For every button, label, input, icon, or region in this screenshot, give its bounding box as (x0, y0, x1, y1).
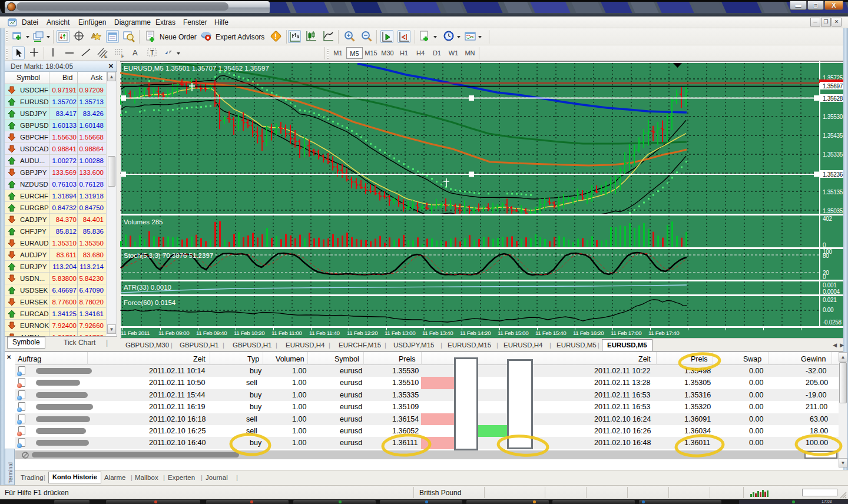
svg-text:T: T (150, 49, 154, 56)
svg-text:F: F (121, 54, 124, 59)
svg-text:11 Feb 15:00: 11 Feb 15:00 (498, 330, 529, 336)
svg-text:1.35628: 1.35628 (823, 95, 843, 102)
svg-text:402: 402 (823, 215, 833, 222)
svg-text:Stoch(5,3,3) 70.3876 51.2397: Stoch(5,3,3) 70.3876 51.2397 (124, 252, 213, 259)
svg-text:11 Feb 09:00: 11 Feb 09:00 (158, 330, 190, 336)
svg-text:1.35335: 1.35335 (823, 151, 843, 158)
svg-text:11 Feb 12:20: 11 Feb 12:20 (347, 330, 378, 336)
svg-text:0.021: 0.021 (823, 297, 837, 303)
svg-text:11 Feb 11:40: 11 Feb 11:40 (309, 330, 340, 336)
svg-text:11 Feb 17:40: 11 Feb 17:40 (648, 330, 680, 336)
svg-text:0: 0 (823, 274, 826, 280)
svg-text:80: 80 (823, 253, 829, 259)
svg-text:11 Feb 15:40: 11 Feb 15:40 (535, 330, 567, 336)
svg-text:Volumes 285: Volumes 285 (124, 218, 163, 226)
svg-text:1.35236: 1.35236 (823, 171, 843, 178)
svg-text:-0.0258: -0.0258 (823, 319, 842, 326)
svg-text:11 Feb 17:00: 11 Feb 17:00 (611, 330, 642, 336)
svg-text:11 Feb 09:40: 11 Feb 09:40 (196, 330, 227, 336)
svg-text:0.0004: 0.0004 (823, 289, 840, 295)
svg-text:11 Feb 13:40: 11 Feb 13:40 (422, 330, 453, 336)
svg-text:A: A (132, 48, 138, 57)
svg-text:11 Feb 14:20: 11 Feb 14:20 (460, 330, 491, 336)
svg-text:0: 0 (823, 242, 826, 248)
svg-text:0.00: 0.00 (823, 307, 834, 313)
svg-text:11 Feb 2011: 11 Feb 2011 (121, 330, 150, 336)
svg-text:Force(60) 0.0154: Force(60) 0.0154 (124, 299, 176, 306)
svg-text:E: E (104, 54, 107, 59)
svg-text:1.35697: 1.35697 (823, 83, 843, 89)
svg-text:1.35035: 1.35035 (823, 208, 843, 214)
svg-text:11 Feb 11:00: 11 Feb 11:00 (271, 330, 302, 336)
svg-text:1.35435: 1.35435 (823, 132, 843, 139)
svg-text:11 Feb 10:20: 11 Feb 10:20 (234, 330, 265, 336)
svg-text:ATR(33) 0.0010: ATR(33) 0.0010 (124, 284, 171, 291)
svg-text:11 Feb 16:20: 11 Feb 16:20 (573, 330, 604, 336)
svg-text:EURUSD,M5 1.35501 1.35707 1.3: EURUSD,M5 1.35501 1.35707 1.35452 1.3559… (124, 65, 269, 72)
svg-text:1.35530: 1.35530 (823, 114, 843, 120)
svg-text:1.35135: 1.35135 (823, 189, 843, 195)
svg-text:11 Feb 13:00: 11 Feb 13:00 (385, 330, 416, 336)
svg-text:!: ! (274, 32, 277, 41)
svg-text:0.001: 0.001 (823, 282, 837, 289)
